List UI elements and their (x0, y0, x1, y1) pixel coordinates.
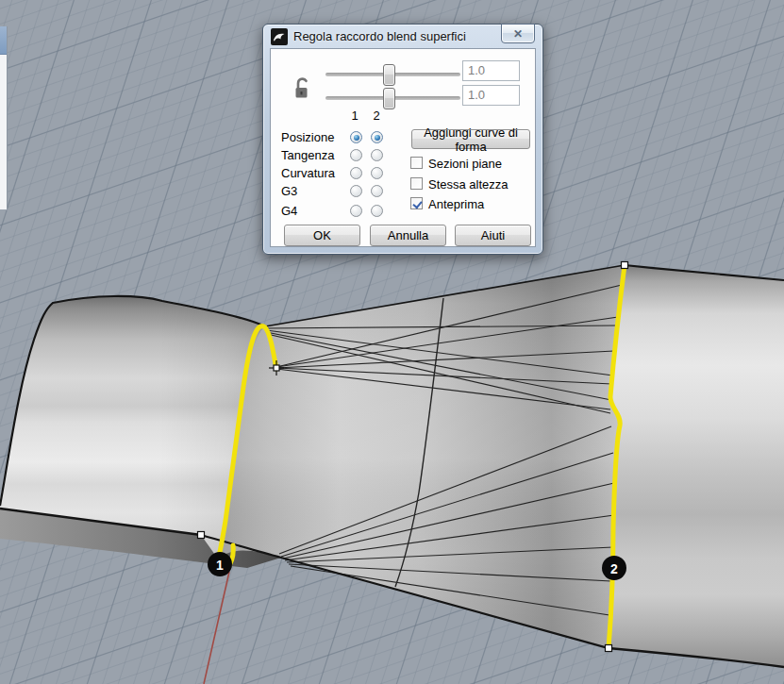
slider-thumb-1[interactable] (383, 64, 395, 86)
column-header-1: 1 (348, 108, 361, 123)
dialog-client-area: 1.0 1.0 1 2 Posizione Tangenza Curvatura… (270, 48, 536, 247)
docked-panel-edge (0, 26, 8, 210)
checkbox-label-stessa-altezza: Stessa altezza (428, 177, 509, 192)
marker-2-label: 2 (610, 561, 618, 576)
checkbox-label-sezioni-piane: Sezioni piane (428, 157, 502, 171)
slider-value-1[interactable]: 1.0 (462, 60, 520, 81)
radio-posizione-2[interactable] (371, 131, 383, 143)
row-label-curvatura: Curvatura (281, 166, 335, 180)
dialog-titlebar[interactable]: Regola raccordo blend superfici ✕ (263, 25, 542, 48)
radio-g4-2[interactable] (371, 205, 383, 217)
help-button[interactable]: Aiuti (455, 225, 531, 246)
ok-button[interactable]: OK (284, 225, 360, 246)
close-icon: ✕ (513, 27, 523, 41)
radio-curvatura-2[interactable] (371, 167, 383, 179)
dialog-title: Regola raccordo blend superfici (293, 29, 466, 43)
right-surface (609, 265, 784, 667)
radio-g3-2[interactable] (371, 185, 383, 197)
checkbox-sezioni-piane[interactable] (410, 157, 423, 169)
rhino-app-icon (271, 28, 288, 45)
row-label-tangenza: Tangenza (281, 148, 334, 162)
row-label-g4: G4 (281, 204, 297, 218)
radio-curvatura-1[interactable] (350, 167, 362, 179)
radio-posizione-1[interactable] (350, 131, 362, 143)
checkbox-stessa-altezza[interactable] (410, 177, 423, 190)
checkbox-anteprima[interactable] (410, 197, 423, 209)
radio-g3-1[interactable] (350, 185, 362, 197)
open-padlock-icon[interactable] (293, 75, 312, 100)
rhino-viewport: { "dialog": { "title": "Regola raccordo … (0, 0, 784, 684)
radio-tangenza-2[interactable] (371, 149, 383, 161)
docked-panel-edge-header (0, 26, 7, 55)
row-label-posizione: Posizione (281, 130, 334, 144)
radio-tangenza-1[interactable] (350, 149, 362, 161)
marker-2[interactable]: 2 (602, 556, 626, 580)
slider-value-2[interactable]: 1.0 (462, 85, 520, 106)
marker-1-label: 1 (216, 558, 224, 573)
blend-surface-dialog: Regola raccordo blend superfici ✕ 1.0 1.… (262, 24, 543, 255)
marker-1[interactable]: 1 (208, 552, 232, 576)
row-label-g3: G3 (281, 184, 297, 198)
slider-thumb-2[interactable] (383, 88, 395, 109)
add-shape-curves-button[interactable]: Aggiungi curve di forma (411, 129, 530, 149)
close-button[interactable]: ✕ (501, 24, 535, 43)
column-header-2: 2 (370, 108, 383, 123)
cancel-button[interactable]: Annulla (370, 225, 446, 246)
checkbox-label-anteprima: Anteprima (428, 197, 484, 211)
radio-g4-1[interactable] (350, 205, 362, 217)
